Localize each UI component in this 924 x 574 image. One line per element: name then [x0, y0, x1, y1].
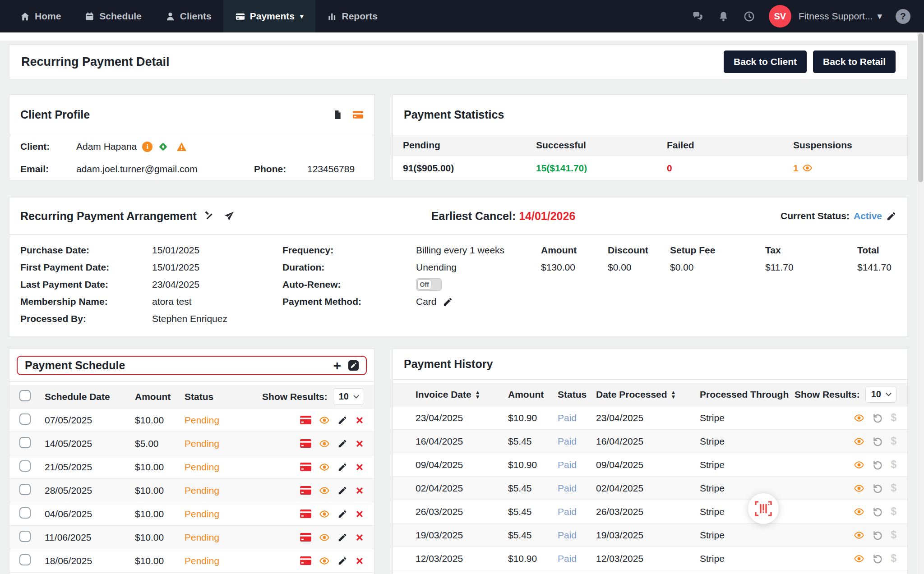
edit-icon[interactable]	[337, 556, 347, 566]
delete-icon[interactable]	[355, 486, 364, 495]
view-icon[interactable]	[854, 413, 864, 423]
delete-icon[interactable]	[355, 463, 364, 472]
view-icon[interactable]	[854, 459, 864, 470]
chat-icon[interactable]	[692, 10, 704, 23]
scrollbar-thumb[interactable]	[918, 33, 923, 182]
retry-icon[interactable]	[872, 413, 883, 423]
view-icon[interactable]	[319, 415, 330, 426]
auto-renew-toggle[interactable]: Off	[416, 278, 442, 291]
charge-icon[interactable]: $	[891, 435, 896, 447]
history-row: 19/03/2025 $5.45 Paid 19/03/2025 Stripe	[393, 523, 907, 547]
info-icon[interactable]: i	[142, 142, 152, 152]
view-icon[interactable]	[319, 532, 330, 543]
view-suspensions-eye-icon[interactable]	[802, 163, 813, 173]
nav-item-payments[interactable]: Payments ▾	[223, 0, 315, 32]
delete-icon[interactable]	[355, 416, 364, 425]
help-icon[interactable]: ?	[896, 9, 910, 24]
retry-icon[interactable]	[872, 506, 883, 517]
charge-card-icon[interactable]	[300, 533, 311, 542]
row-checkbox[interactable]	[19, 554, 31, 565]
charge-icon[interactable]: $	[891, 552, 896, 565]
view-icon[interactable]	[319, 438, 330, 449]
duration: Unending	[416, 262, 504, 273]
barcode-scan-button[interactable]	[748, 493, 779, 524]
retry-icon[interactable]	[872, 483, 883, 494]
charge-icon[interactable]: $	[891, 459, 896, 471]
send-icon[interactable]	[223, 211, 235, 222]
vertical-scrollbar[interactable]	[917, 32, 924, 574]
tools-icon[interactable]	[204, 211, 215, 222]
charge-card-icon[interactable]	[300, 439, 311, 448]
notifications-bell-icon[interactable]	[717, 10, 730, 23]
retry-icon[interactable]	[872, 530, 883, 541]
row-checkbox[interactable]	[19, 437, 31, 448]
select-all-checkbox[interactable]	[19, 390, 31, 401]
invoice-date: 02/04/2025	[416, 483, 508, 494]
clock-icon[interactable]	[743, 10, 755, 23]
nav-item-clients[interactable]: Clients	[153, 0, 223, 32]
edit-payment-method-icon[interactable]	[443, 297, 453, 307]
green-badge-icon[interactable]	[158, 142, 168, 152]
sort-date-processed[interactable]: Date Processed ▲▼	[596, 389, 700, 400]
warning-icon[interactable]	[176, 142, 187, 152]
view-icon[interactable]	[854, 506, 864, 517]
row-checkbox[interactable]	[19, 413, 31, 425]
nav-item-reports[interactable]: Reports	[315, 0, 389, 32]
view-icon[interactable]	[854, 553, 864, 564]
view-icon[interactable]	[854, 483, 864, 494]
charge-card-icon[interactable]	[300, 510, 311, 518]
view-icon[interactable]	[319, 462, 330, 473]
sort-invoice-date[interactable]: Invoice Date ▲▼	[416, 389, 508, 400]
avatar[interactable]: SV	[769, 5, 791, 28]
back-to-client-button[interactable]: Back to Client	[724, 51, 807, 73]
row-checkbox[interactable]	[19, 484, 31, 495]
edit-schedule-icon[interactable]	[348, 360, 359, 371]
account-dropdown[interactable]: Fitness Support... ▾	[799, 11, 882, 22]
edit-icon[interactable]	[337, 486, 347, 496]
row-checkbox[interactable]	[19, 507, 31, 519]
delete-icon[interactable]	[355, 510, 364, 519]
row-checkbox[interactable]	[19, 460, 31, 472]
charge-icon[interactable]: $	[891, 529, 896, 541]
delete-icon[interactable]	[355, 533, 364, 542]
edit-icon[interactable]	[337, 462, 347, 472]
show-results-select[interactable]: 10	[333, 388, 364, 405]
schedule-date: 21/05/2025	[45, 462, 135, 473]
delete-icon[interactable]	[355, 556, 364, 565]
date-processed: 02/04/2025	[596, 483, 700, 494]
nav-item-home[interactable]: Home	[8, 0, 73, 32]
show-results-select[interactable]: 10	[865, 386, 896, 403]
edit-icon[interactable]	[337, 439, 347, 449]
client-payment-card-icon[interactable]	[353, 110, 363, 120]
client-notes-file-icon[interactable]	[333, 110, 343, 120]
view-icon[interactable]	[854, 436, 864, 447]
charge-card-icon[interactable]	[300, 416, 311, 424]
schedule-rows: 07/05/2025 $10.00 Pending	[9, 409, 374, 573]
row-checkbox[interactable]	[19, 531, 31, 542]
edit-icon[interactable]	[337, 509, 347, 519]
edit-status-icon[interactable]	[886, 211, 896, 221]
charge-card-icon[interactable]	[300, 556, 311, 565]
charge-icon[interactable]: $	[891, 412, 896, 424]
nav-item-schedule[interactable]: Schedule	[73, 0, 153, 32]
history-row: 12/03/2025 $10.90 Paid 12/03/2025 Stripe	[393, 547, 907, 570]
retry-icon[interactable]	[872, 459, 883, 470]
view-icon[interactable]	[319, 556, 330, 566]
charge-icon[interactable]: $	[891, 505, 896, 518]
payment-history-card: Payment History Invoice Date ▲▼ Amount S…	[393, 349, 908, 574]
add-schedule-icon[interactable]: +	[333, 360, 341, 371]
charge-card-icon[interactable]	[300, 463, 311, 471]
charge-card-icon[interactable]	[300, 486, 311, 495]
edit-icon[interactable]	[337, 533, 347, 542]
back-to-retail-button[interactable]: Back to Retail	[813, 51, 896, 73]
retry-icon[interactable]	[872, 553, 883, 564]
retry-icon[interactable]	[872, 436, 883, 447]
delete-icon[interactable]	[355, 439, 364, 448]
view-icon[interactable]	[319, 485, 330, 496]
view-icon[interactable]	[854, 530, 864, 541]
view-icon[interactable]	[319, 509, 330, 519]
edit-icon[interactable]	[337, 415, 347, 425]
date-processed: 09/04/2025	[596, 459, 700, 470]
charge-icon[interactable]: $	[891, 482, 896, 494]
chevron-down-icon	[886, 390, 892, 396]
